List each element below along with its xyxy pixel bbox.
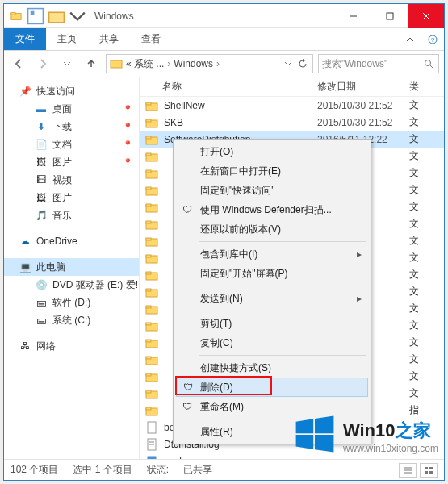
sidebar-drive-d[interactable]: 🖴软件 (D:) <box>4 294 139 311</box>
menu-restore[interactable]: 还原以前的版本(V) <box>176 219 368 239</box>
svg-rect-11 <box>111 60 122 68</box>
sidebar-onedrive[interactable]: ☁OneDrive <box>4 232 139 250</box>
sidebar-this-pc[interactable]: 💻此电脑 <box>4 258 139 276</box>
tab-share[interactable]: 共享 <box>88 28 130 50</box>
folder-icon <box>144 319 159 333</box>
menu-include[interactable]: 包含到库中(I)▸ <box>176 244 368 264</box>
menu-rename[interactable]: 🛡重命名(M) <box>176 397 368 416</box>
folder-icon <box>144 353 159 367</box>
menu-cut[interactable]: 剪切(T) <box>176 314 368 333</box>
onedrive-icon: ☁ <box>19 235 31 248</box>
qat-dropdown-icon[interactable] <box>69 7 86 25</box>
menu-shortcut[interactable]: 创建快捷方式(S) <box>176 358 368 378</box>
sidebar-desktop[interactable]: ▬桌面📍 <box>4 100 139 118</box>
help-icon[interactable]: ? <box>421 28 444 50</box>
svg-rect-29 <box>146 221 151 223</box>
svg-rect-41 <box>146 323 151 325</box>
table-row[interactable]: ShellNew2015/10/30 21:52文 <box>140 97 444 114</box>
nav-recent-button[interactable] <box>57 54 77 73</box>
sidebar-dvd[interactable]: 💿DVD 驱动器 (E:) 爱! <box>4 276 139 294</box>
file-type: 文 <box>408 183 421 197</box>
file-type: 文 <box>408 369 421 383</box>
ribbon: 文件 主页 共享 查看 ? <box>4 28 444 51</box>
menu-properties[interactable]: 属性(R) <box>176 422 368 441</box>
nav-back-button[interactable] <box>9 54 28 73</box>
col-type[interactable]: 类 <box>408 80 421 94</box>
nav-forward-button[interactable] <box>33 54 52 73</box>
refresh-icon[interactable] <box>296 57 309 70</box>
shield-icon: 🛡 <box>182 381 195 394</box>
tab-view[interactable]: 查看 <box>130 28 172 50</box>
menu-defender[interactable]: 🛡使用 Windows Defender扫描... <box>176 200 368 219</box>
menu-label: 属性(R) <box>200 425 233 439</box>
sidebar-drive-c[interactable]: 🖴系统 (C:) <box>4 311 139 329</box>
svg-text:?: ? <box>431 36 435 44</box>
svg-rect-25 <box>146 187 151 190</box>
svg-rect-49 <box>146 390 151 393</box>
menu-open[interactable]: 打开(O) <box>176 142 368 161</box>
file-type: 文 <box>408 200 421 214</box>
file-type: 文 <box>408 149 421 163</box>
menu-sendto[interactable]: 发送到(N)▸ <box>176 289 368 308</box>
menu-separator <box>199 311 366 311</box>
sidebar-documents[interactable]: 📄文档📍 <box>4 136 139 153</box>
pin-icon: 📍 <box>123 158 132 167</box>
breadcrumb[interactable]: « 系统 ... <box>124 57 165 71</box>
menu-pin-start[interactable]: 固定到"开始"屏幕(P) <box>176 264 368 283</box>
drive-icon: 🖴 <box>35 314 48 327</box>
chevron-right-icon[interactable]: › <box>167 58 170 69</box>
svg-rect-63 <box>425 471 428 474</box>
folder-icon <box>110 57 123 70</box>
svg-rect-37 <box>146 289 151 291</box>
sidebar-videos[interactable]: 🎞视频 <box>4 171 139 189</box>
qat-properties-icon[interactable] <box>27 7 44 25</box>
svg-rect-52 <box>148 422 156 433</box>
search-icon[interactable] <box>422 57 435 70</box>
picture-icon: 🖼 <box>35 156 48 169</box>
col-name[interactable]: 名称 <box>140 80 317 94</box>
maximize-button[interactable] <box>371 4 408 28</box>
minimize-button[interactable] <box>335 4 371 28</box>
video-icon: 🎞 <box>35 173 48 186</box>
pin-icon: 📍 <box>123 105 132 114</box>
tab-home[interactable]: 主页 <box>46 28 88 50</box>
sidebar-music[interactable]: 🎵音乐 <box>4 207 139 224</box>
sidebar-item-label: 图片 <box>52 191 72 205</box>
address-bar[interactable]: « 系统 ... › Windows › <box>106 54 313 73</box>
file-type: 文 <box>408 336 421 349</box>
sidebar-pictures2[interactable]: 🖼图片 <box>4 189 139 207</box>
folder-icon <box>144 132 159 147</box>
table-row[interactable]: explorer.exe <box>140 453 444 459</box>
menu-delete[interactable]: 🛡删除(D) <box>176 378 368 397</box>
menu-open-new[interactable]: 在新窗口中打开(E) <box>176 161 368 181</box>
qat-new-folder-icon[interactable] <box>48 7 65 25</box>
search-input[interactable]: 搜索"Windows" <box>318 54 439 73</box>
sidebar-pictures[interactable]: 🖼图片📍 <box>4 153 139 171</box>
chevron-right-icon[interactable]: › <box>216 58 220 69</box>
menu-pin-quick[interactable]: 固定到"快速访问" <box>176 181 368 200</box>
folder-icon <box>144 285 159 299</box>
menu-separator <box>199 419 366 419</box>
nav-up-button[interactable] <box>82 54 101 73</box>
sidebar-network[interactable]: 🖧网络 <box>4 337 139 355</box>
ribbon-expand-icon[interactable] <box>399 28 421 50</box>
folder-icon <box>144 386 159 401</box>
sidebar-downloads[interactable]: ⬇下载📍 <box>4 118 139 136</box>
view-large-button[interactable] <box>420 463 438 478</box>
sidebar-item-label: 此电脑 <box>36 261 65 274</box>
exe-icon <box>144 454 159 460</box>
file-type: 文 <box>408 98 421 112</box>
column-headers: 名称 修改日期 类 <box>140 77 444 97</box>
file-type: 文 <box>408 251 421 265</box>
table-row[interactable]: SKB2015/10/30 21:52文 <box>140 114 444 131</box>
addr-dropdown-icon[interactable] <box>282 57 295 70</box>
menu-copy[interactable]: 复制(C) <box>176 333 368 353</box>
sidebar-quick-access[interactable]: 📌快速访问 <box>4 82 139 100</box>
menu-label: 删除(D) <box>200 381 233 394</box>
col-date[interactable]: 修改日期 <box>317 80 408 94</box>
music-icon: 🎵 <box>35 209 48 222</box>
view-details-button[interactable] <box>399 463 417 478</box>
breadcrumb[interactable]: Windows <box>172 58 215 69</box>
close-button[interactable] <box>408 4 444 28</box>
tab-file[interactable]: 文件 <box>4 28 46 50</box>
